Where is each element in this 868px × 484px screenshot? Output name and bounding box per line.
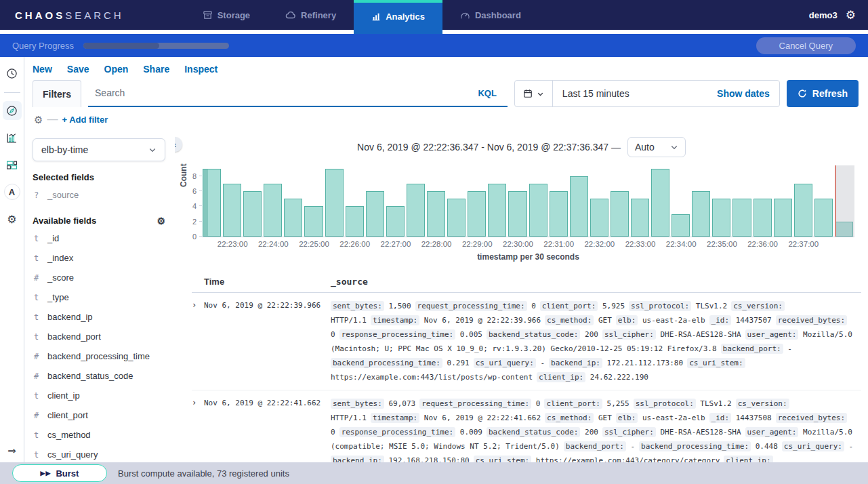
source-field-key: ssl_protocol: bbox=[634, 399, 696, 409]
source-field-key: cs_uri_stem: bbox=[687, 358, 745, 368]
field-item-backend_ip[interactable]: tbackend_ip bbox=[33, 307, 165, 327]
field-type-badge: t bbox=[34, 391, 41, 401]
histogram-bar[interactable] bbox=[835, 222, 853, 237]
histogram-bar[interactable] bbox=[590, 199, 608, 237]
histogram-bar[interactable] bbox=[264, 184, 282, 237]
x-tick-label: 22:29:00 bbox=[462, 240, 493, 248]
histogram-bar[interactable] bbox=[386, 206, 405, 237]
calendar-dropdown[interactable] bbox=[515, 81, 553, 106]
nav-tab-analytics[interactable]: Analytics bbox=[354, 0, 442, 34]
time-column-header[interactable]: Time bbox=[204, 277, 331, 287]
source-field-pair: client_ip: 24.62.222.190 bbox=[537, 373, 648, 382]
histogram-bar[interactable] bbox=[284, 199, 302, 237]
recently-viewed-icon[interactable] bbox=[3, 64, 22, 83]
source-field-value: 5,925 bbox=[598, 302, 625, 310]
cancel-query-button[interactable]: Cancel Query bbox=[756, 37, 856, 54]
user-menu[interactable]: demo3 bbox=[809, 10, 838, 20]
expand-row-chevron-icon[interactable]: › bbox=[192, 299, 204, 384]
histogram-bar[interactable] bbox=[427, 191, 445, 237]
histogram-bar[interactable] bbox=[671, 214, 690, 237]
field-item-_source[interactable]: ?_source bbox=[33, 185, 165, 205]
save-link[interactable]: Save bbox=[67, 64, 89, 75]
show-dates-link[interactable]: Show dates bbox=[707, 81, 779, 106]
source-field-key: _id: bbox=[709, 413, 732, 423]
new-link[interactable]: New bbox=[33, 64, 52, 75]
management-gear-icon[interactable]: ⚙ bbox=[3, 209, 22, 228]
field-item-backend_port[interactable]: tbackend_port bbox=[33, 327, 165, 346]
field-item-_index[interactable]: t_index bbox=[33, 248, 165, 268]
histogram-bar[interactable] bbox=[814, 199, 833, 237]
field-item-client_ip[interactable]: tclient_ip bbox=[33, 386, 165, 405]
histogram-bar[interactable] bbox=[508, 191, 526, 237]
histogram-bar[interactable] bbox=[488, 184, 506, 237]
histogram-bar[interactable] bbox=[468, 191, 486, 237]
source-field-value: 0 bbox=[331, 428, 335, 437]
fields-settings-gear-icon[interactable]: ⚙ bbox=[157, 216, 165, 226]
histogram-bar[interactable] bbox=[631, 199, 649, 237]
source-field-key: received_bytes: bbox=[776, 413, 847, 423]
index-pattern-select[interactable]: elb-by-time bbox=[33, 138, 165, 161]
rail-collapse-icon[interactable]: ⇒ bbox=[7, 445, 16, 457]
histogram-bar[interactable] bbox=[325, 169, 344, 237]
x-tick-label: 22:27:00 bbox=[381, 240, 411, 248]
histogram-bar[interactable] bbox=[529, 184, 547, 237]
source-field-pair: ssl_cipher: DHE-RSA-AES128-SHA bbox=[602, 330, 741, 339]
histogram-bar[interactable] bbox=[346, 206, 364, 237]
field-item-backend_status_code[interactable]: #backend_status_code bbox=[33, 366, 165, 386]
histogram-bar[interactable] bbox=[570, 176, 588, 237]
histogram-bar[interactable] bbox=[407, 184, 425, 237]
histogram-bar[interactable] bbox=[243, 191, 262, 237]
field-item-cs_uri_query[interactable]: tcs_uri_query bbox=[33, 445, 165, 462]
expand-row-chevron-icon[interactable]: › bbox=[192, 397, 204, 462]
histogram-bar[interactable] bbox=[550, 191, 568, 237]
burst-button[interactable]: ▶▶ Burst bbox=[12, 464, 107, 482]
refresh-button[interactable]: Refresh bbox=[787, 80, 859, 107]
time-range-value[interactable]: Last 15 minutes bbox=[553, 81, 707, 106]
chaossearch-logo[interactable]: CHAOSSEARCH bbox=[15, 0, 124, 30]
histogram-bar[interactable] bbox=[611, 191, 629, 237]
selected-fields-list: ?_source bbox=[33, 185, 165, 205]
field-item-_id[interactable]: t_id bbox=[33, 228, 165, 248]
field-item-backend_processing_time[interactable]: #backend_processing_time bbox=[33, 346, 165, 366]
add-filter-button[interactable]: + Add filter bbox=[62, 115, 108, 125]
histogram-bar[interactable] bbox=[223, 184, 241, 237]
histogram-bar[interactable] bbox=[732, 199, 751, 237]
histogram-bar[interactable] bbox=[304, 206, 323, 237]
available-fields-heading: Available fields ⚙ bbox=[33, 216, 165, 226]
field-item-_type[interactable]: t_type bbox=[33, 287, 165, 307]
discover-compass-icon[interactable] bbox=[3, 101, 22, 120]
search-input[interactable] bbox=[95, 87, 474, 98]
inspect-link[interactable]: Inspect bbox=[184, 64, 218, 75]
histogram-bar[interactable] bbox=[203, 169, 221, 237]
histogram-bar[interactable] bbox=[692, 191, 710, 237]
nav-tab-refinery[interactable]: Refinery bbox=[268, 0, 354, 30]
field-item-cs_method[interactable]: tcs_method bbox=[33, 425, 165, 445]
filter-dash: — bbox=[47, 113, 58, 125]
open-link[interactable]: Open bbox=[104, 64, 129, 75]
app-a-icon[interactable]: A bbox=[3, 182, 22, 201]
source-field-key: received_bytes: bbox=[776, 315, 847, 325]
nav-tab-dashboard[interactable]: Dashboard bbox=[442, 0, 539, 30]
settings-gear-icon[interactable]: ⚙ bbox=[846, 9, 856, 21]
histogram-bar[interactable] bbox=[651, 169, 669, 237]
source-field-value: 200 bbox=[580, 330, 598, 339]
field-item-_score[interactable]: #_score bbox=[33, 268, 165, 287]
x-tick-label: 22:30:00 bbox=[503, 240, 533, 248]
visualize-icon[interactable] bbox=[3, 128, 22, 147]
filters-toggle[interactable]: Filters bbox=[33, 80, 81, 107]
filter-settings-gear-icon[interactable]: ⚙ bbox=[34, 115, 43, 125]
histogram-bar[interactable] bbox=[447, 199, 466, 237]
interval-select[interactable]: Auto bbox=[627, 137, 686, 157]
dashboard-layout-icon[interactable] bbox=[3, 155, 22, 174]
source-field-pair: backend_status_code: 200 bbox=[487, 330, 598, 339]
share-link[interactable]: Share bbox=[143, 64, 169, 75]
histogram-bar[interactable] bbox=[794, 184, 812, 237]
field-item-client_port[interactable]: #client_port bbox=[33, 405, 165, 425]
histogram-bar[interactable] bbox=[753, 199, 772, 237]
histogram-bar[interactable] bbox=[774, 199, 792, 237]
nav-tab-storage[interactable]: Storage bbox=[185, 0, 268, 30]
histogram-bar[interactable] bbox=[366, 191, 384, 237]
histogram-bar[interactable] bbox=[712, 199, 730, 237]
field-type-badge: # bbox=[34, 273, 41, 283]
kql-button[interactable]: KQL bbox=[474, 85, 500, 101]
